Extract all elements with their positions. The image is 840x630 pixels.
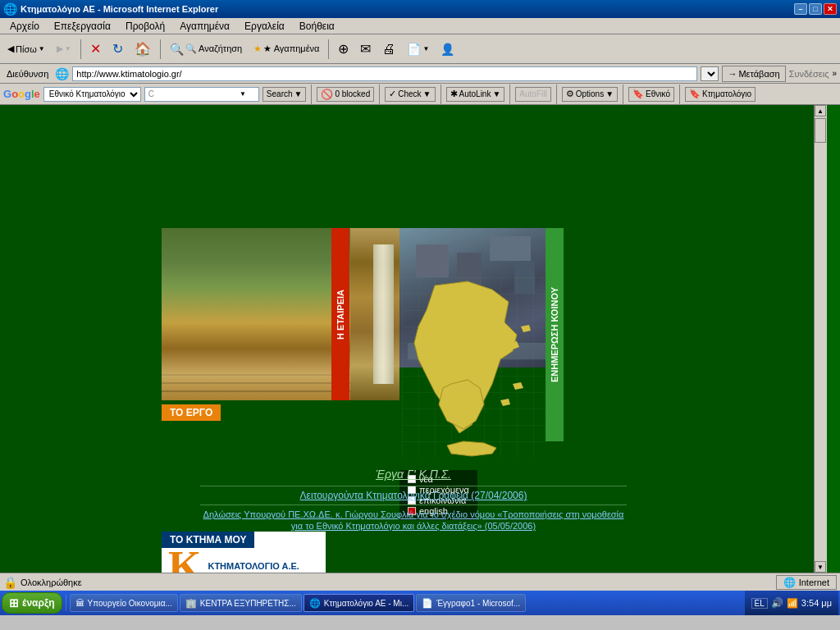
map-svg [402, 277, 546, 458]
search-label: Search [267, 89, 293, 98]
google-toolbar: Google Εθνικό Κτηματολόγιο C ▼ Search ▼ … [0, 84, 840, 105]
search-button[interactable]: 🔍 🔍 Αναζήτηση [166, 38, 247, 61]
stop-icon: ✕ [90, 41, 101, 57]
search-icon: 🔍 [170, 43, 184, 56]
google-sep-2 [379, 84, 380, 104]
stop-button[interactable]: ✕ [86, 38, 105, 61]
check-button[interactable]: ✓ Check ▼ [385, 87, 435, 102]
ktimatologio-button[interactable]: 🔖 Κτηματολόγιο [685, 87, 756, 102]
etaireia-tab[interactable]: Η ΕΤΑΙΡΕΙΑ [331, 228, 349, 400]
edit-button[interactable]: 📄 ▼ [403, 38, 433, 61]
blocked-icon: 🚫 [321, 89, 333, 100]
google-sep-4 [509, 84, 510, 104]
go-button[interactable]: → Μετάβαση [722, 66, 785, 82]
taskbar-item-0[interactable]: 🏛 Υπουργείο Οικονομια... [70, 594, 178, 612]
google-search-box: C ▼ [144, 87, 259, 102]
windows-icon: ⊞ [9, 596, 19, 609]
window-title: Κτηματολόγιο ΑΕ - Microsoft Internet Exp… [21, 4, 218, 14]
mail-button[interactable]: ✉ [356, 38, 375, 61]
address-input[interactable]: http://www.ktimatologio.gr/ [72, 66, 697, 81]
to-ergo-tab[interactable]: ΤΟ ΕΡΓΟ [162, 404, 221, 421]
blocked-button[interactable]: 🚫 0 blocked [317, 87, 374, 102]
taskbar-item-2[interactable]: 🌐 Κτηματολόγιο ΑΕ - Μι... [304, 594, 414, 612]
taskbar-item-1[interactable]: 🏢 ΚΕΝΤΡΑ ΕΞΥΠΗΡΕΤΗΣ... [180, 594, 302, 612]
taskbar-sep-1 [66, 595, 66, 611]
back-button[interactable]: ◀ Πίσω ▼ [3, 38, 49, 61]
history-button[interactable]: ⊕ [334, 38, 353, 61]
close-button[interactable]: ✕ [824, 3, 837, 15]
internet-label: Internet [799, 578, 829, 587]
menu-help[interactable]: Βοήθεια [293, 19, 341, 34]
scrollbar[interactable]: ▲ ▼ [814, 105, 827, 573]
taskbar-icon-3: 📄 [422, 598, 433, 609]
edit-icon: 📄 [407, 43, 421, 56]
google-site-dropdown[interactable]: Εθνικό Κτηματολόγιο [43, 87, 141, 102]
go-arrow-icon: → [728, 69, 737, 79]
print-button[interactable]: 🖨 [378, 38, 399, 61]
google-sep-6 [623, 84, 623, 104]
home-button[interactable]: 🏠 [130, 38, 155, 61]
network-icon: 🔊 [771, 597, 783, 609]
taskbar-item-3[interactable]: 📄 Έγγραφο1 - Microsof... [416, 594, 526, 612]
autofill-button[interactable]: AutoFill [515, 87, 550, 102]
menu-tools[interactable]: Εργαλεία [238, 19, 291, 34]
favorites-button[interactable]: ★ ★ Αγαπημένα [249, 38, 323, 61]
scroll-down-button[interactable]: ▼ [815, 561, 826, 573]
edit-arrow-icon: ▼ [422, 45, 429, 52]
google-sep-1 [311, 84, 312, 104]
start-button[interactable]: ⊞ έναρξη [2, 592, 62, 614]
options-button[interactable]: ⚙ Options ▼ [562, 87, 618, 102]
url-text: http://www.ktimatologio.gr/ [76, 69, 181, 79]
star-icon: ★ [253, 43, 262, 54]
messenger-button[interactable]: 👤 [436, 38, 459, 61]
title-bar-left: 🌐 Κτηματολόγιο ΑΕ - Microsoft Internet E… [3, 2, 218, 16]
google-search-arrow: ▼ [240, 90, 246, 98]
google-sep-5 [556, 84, 557, 104]
check-arrow: ▼ [423, 89, 431, 98]
menu-bar: Αρχείο Επεξεργασία Προβολή Αγαπημένα Εργ… [0, 18, 840, 34]
google-search-input[interactable] [156, 89, 238, 99]
taskbar-label-3: Έγγραφο1 - Microsof... [436, 599, 520, 608]
separator-1 [200, 486, 627, 486]
internet-zone: 🌐 Internet [776, 575, 837, 590]
link-leitourgountka[interactable]: Λειτουργούντα Κτηματολογικά Γραφεία (27/… [300, 490, 527, 501]
forward-button[interactable]: ▶ ▼ [52, 38, 75, 61]
greece-map [402, 277, 546, 458]
menu-view[interactable]: Προβολή [119, 19, 171, 34]
menu-favorites[interactable]: Αγαπημένα [173, 19, 236, 34]
address-dropdown[interactable] [701, 66, 719, 81]
refresh-button[interactable]: ↻ [108, 38, 127, 61]
link-diloseis[interactable]: Δηλώσεις Υπουργού ΠΕ.ΧΩ.ΔΕ. κ. Γιώργου Σ… [203, 509, 624, 531]
minimize-button[interactable]: – [794, 3, 807, 15]
erga-link[interactable]: Έργα Γ' Κ.Π.Σ. [200, 468, 627, 481]
menu-file[interactable]: Αρχείο [3, 19, 46, 34]
google-search-button[interactable]: Search ▼ [262, 87, 307, 102]
menu-edit[interactable]: Επεξεργασία [48, 19, 117, 34]
history-icon: ⊕ [338, 41, 349, 57]
scroll-up-button[interactable]: ▲ [815, 105, 826, 116]
enimerosi-tab[interactable]: ΕΝΗΜΕΡΩΣΗ ΚΟΙΝΟΥ [546, 228, 564, 441]
autolink-button[interactable]: ✱ AutoLink ▼ [446, 87, 505, 102]
toolbar-separator-3 [328, 39, 329, 59]
maximize-button[interactable]: □ [809, 3, 822, 15]
google-sep-7 [679, 84, 680, 104]
status-zone-icon: 🔒 [3, 576, 17, 589]
taskbar-label-2: Κτηματολόγιο ΑΕ - Μι... [324, 599, 409, 608]
status-bar: 🔒 Ολοκληρώθηκε 🌐 Internet [0, 573, 840, 591]
scroll-thumb[interactable] [815, 118, 826, 143]
system-tray: EL 🔊 📶 3:54 μμ [745, 591, 838, 615]
options-arrow: ▼ [605, 89, 614, 98]
taskbar-icon-2: 🌐 [309, 598, 321, 609]
tray-icon-1: 📶 [787, 598, 798, 609]
etaireia-label: Η ΕΤΑΙΡΕΙΑ [336, 290, 345, 340]
bottom-links-area: Έργα Γ' Κ.Π.Σ. Λειτουργούντα Κτηματολογι… [200, 468, 627, 532]
status-text: Ολοκληρώθηκε [21, 578, 82, 587]
search-btn-arrow: ▼ [294, 89, 303, 98]
back-arrow-icon: ▼ [39, 45, 45, 52]
toolbar-separator-2 [160, 39, 161, 59]
ktima-moy-tab[interactable]: ΤΟ ΚΤΗΜΑ ΜΟΥ [162, 532, 254, 548]
ethnico-button[interactable]: 🔖 Εθνικό [628, 87, 674, 102]
lang-indicator[interactable]: EL [751, 598, 768, 609]
taskbar-icon-0: 🏛 [75, 598, 84, 608]
address-label: Διεύθυνση [3, 69, 52, 79]
